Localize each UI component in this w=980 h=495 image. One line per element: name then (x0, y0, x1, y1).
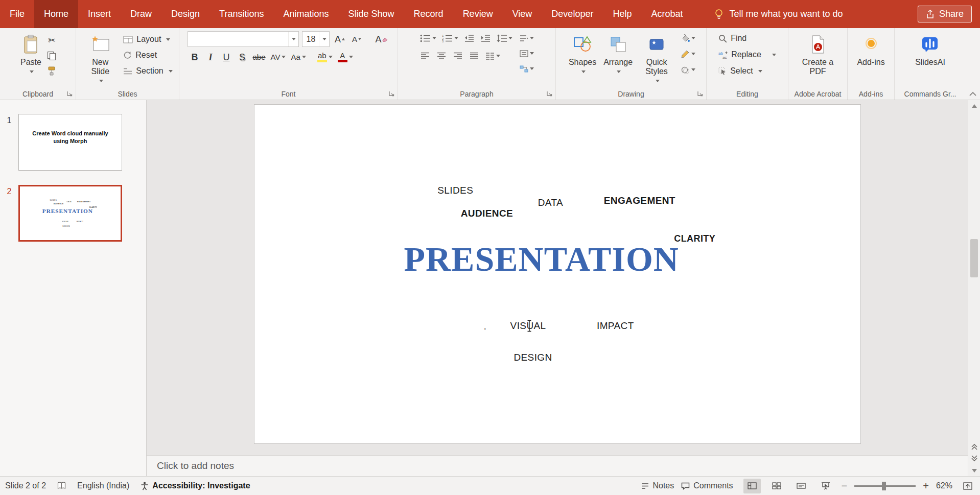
underline-button[interactable]: U (219, 50, 233, 64)
zoom-in-button[interactable]: + (923, 481, 929, 491)
shape-outline-button[interactable] (679, 47, 697, 61)
tab-transitions[interactable]: Transitions (209, 0, 273, 28)
convert-to-smartart-button[interactable] (518, 62, 535, 76)
collapse-ribbon-button[interactable] (969, 91, 977, 97)
zoom-slider[interactable] (854, 485, 916, 487)
scrollbar-thumb[interactable] (970, 239, 978, 277)
layout-button[interactable]: Layout (121, 32, 175, 46)
italic-button[interactable]: I (203, 50, 217, 64)
comments-toggle-button[interactable]: Comments (681, 481, 733, 490)
decrease-indent-button[interactable] (462, 31, 476, 45)
font-name-chevron[interactable] (288, 32, 298, 46)
addins-button[interactable]: Add-ins (853, 31, 888, 68)
align-right-button[interactable] (451, 49, 465, 63)
section-button[interactable]: Section (121, 64, 175, 78)
zoom-level-button[interactable]: 62% (936, 481, 952, 490)
new-slide-button[interactable]: New Slide (80, 31, 121, 87)
select-button[interactable]: Select (716, 64, 764, 78)
notes-toggle-button[interactable]: Notes (641, 481, 674, 490)
font-name-combo[interactable] (188, 31, 299, 47)
font-size-combo[interactable]: 18 (302, 31, 330, 47)
slide-sorter-view-button[interactable] (768, 479, 785, 493)
text-direction-button[interactable] (518, 31, 535, 45)
tab-insert[interactable]: Insert (78, 0, 121, 28)
justify-button[interactable] (468, 49, 481, 63)
slide-show-button[interactable] (817, 479, 834, 493)
tab-view[interactable]: View (503, 0, 542, 28)
numbering-button[interactable]: 123 (440, 31, 460, 45)
tab-help[interactable]: Help (603, 0, 641, 28)
highlight-color-button[interactable]: ab (316, 50, 334, 64)
clipboard-dialog-launcher[interactable] (66, 90, 73, 97)
slide-2-thumbnail[interactable]: SLIDESDATAENGAGEMENTAUDIENCECLARITYPRESE… (18, 185, 122, 242)
cloud-word[interactable]: . (484, 321, 486, 332)
strikethrough-button[interactable]: abe (251, 50, 267, 64)
slide-counter[interactable]: Slide 2 of 2 (5, 481, 46, 490)
drawing-dialog-launcher[interactable] (697, 90, 704, 97)
tab-design[interactable]: Design (161, 0, 209, 28)
tab-review[interactable]: Review (453, 0, 503, 28)
font-size-chevron[interactable] (319, 32, 329, 46)
cloud-word[interactable]: SLIDES (437, 185, 473, 196)
quick-styles-button[interactable]: Quick Styles (636, 31, 677, 87)
font-dialog-launcher[interactable] (388, 90, 395, 97)
tab-home[interactable]: Home (34, 0, 78, 28)
align-left-button[interactable] (418, 49, 432, 63)
fit-slide-to-window-button[interactable] (961, 479, 975, 493)
create-pdf-button[interactable]: Create a PDF (798, 31, 838, 78)
align-center-button[interactable] (435, 49, 449, 63)
reset-button[interactable]: Reset (121, 48, 175, 62)
shape-effects-button[interactable] (679, 63, 697, 77)
reading-view-button[interactable] (792, 479, 810, 493)
normal-view-button[interactable] (743, 479, 761, 493)
slide-canvas[interactable]: SLIDESDATAENGAGEMENTAUDIENCECLARITYPRESE… (254, 104, 861, 444)
shapes-button[interactable]: Shapes (565, 31, 600, 78)
grow-font-button[interactable]: A (333, 32, 346, 46)
cloud-word[interactable]: DESIGN (514, 352, 552, 363)
scroll-down-button[interactable] (968, 465, 980, 476)
cloud-word[interactable]: DATA (538, 197, 563, 208)
columns-button[interactable] (484, 49, 502, 63)
tab-acrobat[interactable]: Acrobat (641, 0, 692, 28)
previous-slide-button[interactable] (971, 443, 978, 451)
bold-button[interactable]: B (188, 50, 201, 64)
paste-button[interactable]: Paste (17, 31, 45, 78)
accessibility-checker[interactable]: Accessibility: Investigate (141, 481, 250, 490)
arrange-button[interactable]: Arrange (600, 31, 636, 78)
zoom-out-button[interactable]: − (842, 481, 848, 491)
copy-button[interactable] (45, 49, 59, 62)
shrink-font-button[interactable]: A (349, 32, 363, 46)
cloud-word[interactable]: IMPACT (597, 320, 634, 332)
paragraph-dialog-launcher[interactable] (546, 90, 553, 97)
bullets-button[interactable] (418, 31, 438, 45)
cloud-word[interactable]: ENGAGEMENT (604, 195, 675, 206)
font-color-button[interactable]: A (336, 50, 355, 64)
scrollbar-track[interactable] (968, 111, 980, 440)
increase-indent-button[interactable] (479, 31, 493, 45)
notes-pane[interactable]: Click to add notes (147, 455, 968, 476)
tab-draw[interactable]: Draw (121, 0, 161, 28)
format-painter-button[interactable] (45, 64, 59, 78)
tab-animations[interactable]: Animations (273, 0, 338, 28)
slide-1-thumbnail[interactable]: Create Word cloud manually using Morph (18, 114, 122, 171)
share-button[interactable]: Share (918, 6, 972, 22)
language-button[interactable]: English (India) (77, 481, 129, 490)
shape-fill-button[interactable] (679, 31, 697, 45)
tab-slide-show[interactable]: Slide Show (339, 0, 404, 28)
tell-me-box[interactable]: Tell me what you want to do (714, 0, 843, 28)
cut-button[interactable]: ✂ (45, 33, 59, 47)
find-button[interactable]: Find (716, 31, 749, 45)
vertical-scrollbar[interactable] (968, 100, 980, 476)
align-text-button[interactable] (518, 46, 535, 60)
replace-button[interactable]: abac Replace (716, 48, 779, 62)
zoom-slider-thumb[interactable] (882, 482, 886, 490)
tab-record[interactable]: Record (404, 0, 453, 28)
clear-formatting-button[interactable]: A (374, 32, 389, 46)
proofing-button[interactable] (57, 482, 66, 490)
change-case-button[interactable]: Aa (289, 50, 307, 64)
tab-developer[interactable]: Developer (542, 0, 603, 28)
slidesai-button[interactable]: SlidesAI (912, 31, 949, 68)
line-spacing-button[interactable] (495, 31, 514, 45)
cloud-word[interactable]: AUDIENCE (461, 208, 513, 219)
character-spacing-button[interactable]: AV (269, 50, 288, 64)
